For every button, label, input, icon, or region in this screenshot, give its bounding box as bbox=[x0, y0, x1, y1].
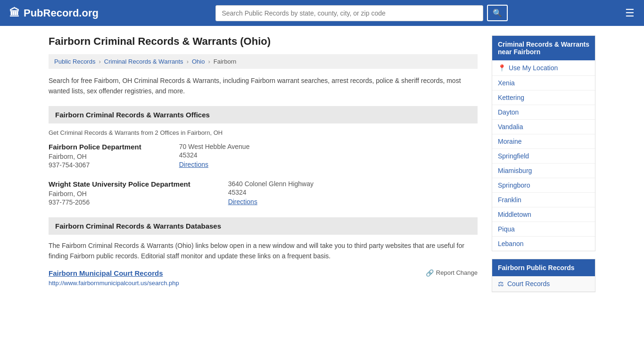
court-records-icon: ⚖ bbox=[498, 280, 504, 288]
sidebar-pub-court-records[interactable]: ⚖ Court Records bbox=[492, 276, 595, 292]
content-area: Fairborn Criminal Records & Warrants (Oh… bbox=[49, 35, 478, 292]
breadcrumb-public-records[interactable]: Public Records bbox=[54, 58, 95, 65]
db-title-link-1[interactable]: Fairborn Municipal Court Records bbox=[49, 269, 179, 277]
office-city-2: Fairborn, OH bbox=[49, 190, 190, 197]
office-row-1: Fairborn Police Department Fairborn, OH … bbox=[49, 143, 478, 169]
breadcrumb-current: Fairborn bbox=[214, 58, 236, 65]
office-right-2: 3640 Colonel Glenn Highway 45324 Directi… bbox=[228, 180, 314, 206]
office-right-1: 70 West Hebble Avenue 45324 Directions bbox=[179, 143, 250, 168]
sidebar: Criminal Records & Warrants near Fairbor… bbox=[492, 35, 595, 292]
search-area: 🔍 bbox=[215, 5, 508, 21]
office-left-1: Fairborn Police Department Fairborn, OH … bbox=[49, 143, 141, 169]
office-name-1: Fairborn Police Department bbox=[49, 143, 141, 151]
logo-icon: 🏛 bbox=[9, 7, 20, 19]
sidebar-city-lebanon[interactable]: Lebanon bbox=[492, 237, 595, 251]
location-pin-icon: 📍 bbox=[498, 64, 506, 72]
databases-description: The Fairborn Criminal Records & Warrants… bbox=[49, 240, 478, 262]
office-phone-1: 937-754-3067 bbox=[49, 161, 141, 169]
db-url-1[interactable]: http://www.fairbornmunicipalcourt.us/sea… bbox=[49, 280, 179, 287]
search-icon: 🔍 bbox=[493, 9, 502, 17]
office-row-2: Wright State University Police Departmen… bbox=[49, 180, 478, 206]
report-change-label-1: Report Change bbox=[436, 269, 478, 276]
office-city-1: Fairborn, OH bbox=[49, 153, 141, 160]
site-header: 🏛 PubRecord.org 🔍 ☰ bbox=[0, 0, 644, 26]
office-name-2: Wright State University Police Departmen… bbox=[49, 180, 190, 188]
office-directions-2[interactable]: Directions bbox=[228, 198, 257, 206]
sidebar-city-xenia[interactable]: Xenia bbox=[492, 76, 595, 90]
report-icon-1: 🔗 bbox=[426, 269, 434, 277]
public-records-section: Fairborn Public Records ⚖ Court Records bbox=[492, 259, 595, 292]
office-left-2: Wright State University Police Departmen… bbox=[49, 180, 190, 206]
databases-section-header: Fairborn Criminal Records & Warrants Dat… bbox=[49, 217, 478, 235]
breadcrumb-criminal-records[interactable]: Criminal Records & Warrants bbox=[104, 58, 183, 65]
office-zip-2: 45324 bbox=[228, 189, 314, 196]
sidebar-city-miamisburg[interactable]: Miamisburg bbox=[492, 164, 595, 178]
office-entry-2: Wright State University Police Departmen… bbox=[49, 180, 478, 208]
sidebar-city-franklin[interactable]: Franklin bbox=[492, 193, 595, 207]
search-button[interactable]: 🔍 bbox=[487, 5, 508, 21]
db-entry-1: Fairborn Municipal Court Records http://… bbox=[49, 269, 478, 287]
nearby-header: Criminal Records & Warrants near Fairbor… bbox=[492, 36, 595, 60]
nearby-section: Criminal Records & Warrants near Fairbor… bbox=[492, 35, 595, 251]
offices-section-header: Fairborn Criminal Records & Warrants Off… bbox=[49, 106, 478, 123]
sidebar-city-kettering[interactable]: Kettering bbox=[492, 90, 595, 105]
sidebar-city-piqua[interactable]: Piqua bbox=[492, 222, 595, 237]
sidebar-city-dayton[interactable]: Dayton bbox=[492, 105, 595, 120]
breadcrumb: Public Records › Criminal Records & Warr… bbox=[49, 54, 478, 69]
office-directions-1[interactable]: Directions bbox=[179, 161, 208, 168]
page-description: Search for free Fairborn, OH Criminal Re… bbox=[49, 75, 478, 97]
use-location-label: Use My Location bbox=[509, 64, 558, 72]
logo-text: PubRecord.org bbox=[24, 7, 99, 19]
public-records-header: Fairborn Public Records bbox=[492, 259, 595, 276]
sidebar-city-springboro[interactable]: Springboro bbox=[492, 178, 595, 193]
hamburger-icon: ☰ bbox=[625, 7, 635, 19]
breadcrumb-sep-2: › bbox=[187, 58, 189, 65]
logo[interactable]: 🏛 PubRecord.org bbox=[9, 7, 99, 19]
office-phone-2: 937-775-2056 bbox=[49, 198, 190, 206]
breadcrumb-sep-3: › bbox=[208, 58, 210, 65]
office-address-1: 70 West Hebble Avenue bbox=[179, 143, 250, 150]
breadcrumb-ohio[interactable]: Ohio bbox=[192, 58, 205, 65]
main-container: Fairborn Criminal Records & Warrants (Oh… bbox=[39, 26, 605, 302]
use-my-location[interactable]: 📍 Use My Location bbox=[492, 60, 595, 76]
search-input[interactable] bbox=[215, 5, 483, 21]
page-title: Fairborn Criminal Records & Warrants (Oh… bbox=[49, 35, 478, 48]
office-zip-1: 45324 bbox=[179, 151, 250, 159]
office-address-2: 3640 Colonel Glenn Highway bbox=[228, 180, 314, 188]
sidebar-city-springfield[interactable]: Springfield bbox=[492, 149, 595, 164]
sidebar-city-moraine[interactable]: Moraine bbox=[492, 134, 595, 149]
header-right: ☰ bbox=[625, 8, 635, 18]
sidebar-city-vandalia[interactable]: Vandalia bbox=[492, 120, 595, 134]
breadcrumb-sep-1: › bbox=[99, 58, 100, 65]
offices-subtitle: Get Criminal Records & Warrants from 2 O… bbox=[49, 129, 478, 136]
db-entry-left-1: Fairborn Municipal Court Records http://… bbox=[49, 269, 179, 287]
menu-button[interactable]: ☰ bbox=[625, 8, 635, 18]
sidebar-city-middletown[interactable]: Middletown bbox=[492, 207, 595, 222]
report-change-btn-1[interactable]: 🔗 Report Change bbox=[426, 269, 478, 277]
office-entry-1: Fairborn Police Department Fairborn, OH … bbox=[49, 143, 478, 171]
court-records-label: Court Records bbox=[507, 280, 550, 288]
